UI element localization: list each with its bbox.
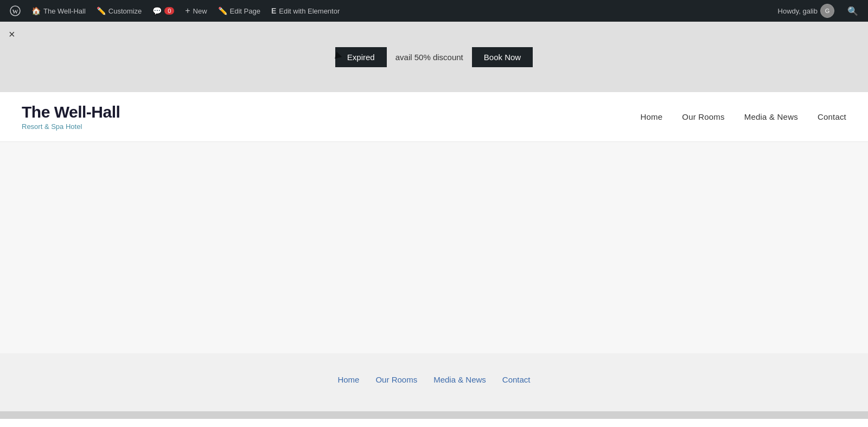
nav-item-media-news[interactable]: Media & News <box>744 112 798 121</box>
notification-bar: × Expired avail 50% discount Book Now <box>0 22 868 92</box>
expired-button[interactable]: Expired <box>335 47 387 67</box>
elementor-icon: E <box>271 7 276 15</box>
footer-nav: Home Our Rooms Media & News Contact <box>337 375 530 384</box>
site-name-item[interactable]: 🏠 The Well-Hall <box>26 0 91 22</box>
comments-icon: 💬 <box>152 7 162 15</box>
footer-nav-item-contact[interactable]: Contact <box>502 375 531 384</box>
admin-bar: W 🏠 The Well-Hall ✏️ Customize 💬 0 + New… <box>0 0 868 22</box>
main-content <box>0 142 868 353</box>
howdy-label: Howdy, galib <box>778 7 818 15</box>
site-footer: Home Our Rooms Media & News Contact <box>0 353 868 411</box>
svg-text:W: W <box>12 8 18 15</box>
edit-elementor-label: Edit with Elementor <box>279 7 340 15</box>
edit-elementor-item[interactable]: E Edit with Elementor <box>266 0 345 22</box>
book-now-button[interactable]: Book Now <box>472 47 533 67</box>
footer-nav-item-our-rooms[interactable]: Our Rooms <box>375 375 417 384</box>
footer-nav-item-home[interactable]: Home <box>337 375 359 384</box>
search-icon: 🔍 <box>847 6 858 16</box>
avatar: G <box>820 4 834 18</box>
nav-item-contact[interactable]: Contact <box>818 112 846 121</box>
site-icon: 🏠 <box>31 7 41 15</box>
new-label: New <box>193 7 207 15</box>
site-tagline: Resort & Spa Hotel <box>22 122 120 131</box>
close-button[interactable]: × <box>9 28 15 41</box>
admin-bar-right: Howdy, galib G 🔍 <box>773 0 864 22</box>
footer-nav-item-media-news[interactable]: Media & News <box>433 375 486 384</box>
customize-item[interactable]: ✏️ Customize <box>91 0 147 22</box>
customize-label: Customize <box>108 7 142 15</box>
nav-item-our-rooms[interactable]: Our Rooms <box>682 112 725 121</box>
wp-logo-item[interactable]: W <box>4 0 26 22</box>
edit-page-item[interactable]: ✏️ Edit Page <box>213 0 266 22</box>
search-item[interactable]: 🔍 <box>842 0 864 22</box>
site-header: The Well-Hall Resort & Spa Hotel Home Ou… <box>0 92 868 142</box>
edit-page-icon: ✏️ <box>218 7 227 15</box>
main-nav: Home Our Rooms Media & News Contact <box>640 112 846 121</box>
site-name-label: The Well-Hall <box>43 7 86 15</box>
site-branding: The Well-Hall Resort & Spa Hotel <box>22 103 120 131</box>
site-title: The Well-Hall <box>22 103 120 121</box>
comments-count: 0 <box>164 7 174 15</box>
nav-item-home[interactable]: Home <box>640 112 662 121</box>
howdy-item[interactable]: Howdy, galib G <box>773 0 840 22</box>
comments-item[interactable]: 💬 0 <box>147 0 180 22</box>
scrollbar-area[interactable] <box>0 411 868 419</box>
new-item[interactable]: + New <box>180 0 212 22</box>
new-icon: + <box>185 6 190 16</box>
discount-text: avail 50% discount <box>395 53 463 62</box>
customize-icon: ✏️ <box>97 7 106 15</box>
edit-page-label: Edit Page <box>230 7 260 15</box>
